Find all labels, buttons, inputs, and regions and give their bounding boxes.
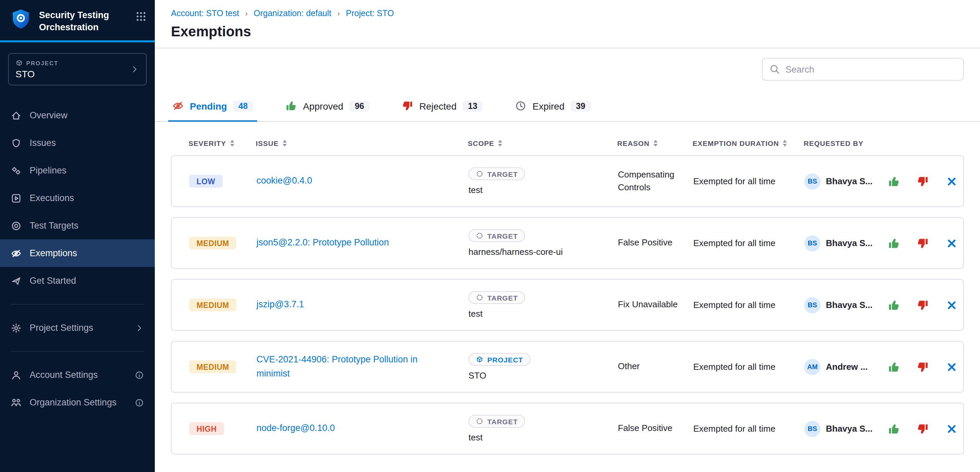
issue-link[interactable]: cookie@0.4.0 <box>256 174 330 188</box>
avatar: BS <box>804 173 821 189</box>
sidebar-item-project-settings[interactable]: Project Settings <box>0 314 155 342</box>
tab-count-badge: 13 <box>463 100 483 111</box>
nav-item-label: Organization Settings <box>30 398 127 407</box>
target-icon <box>11 220 22 231</box>
breadcrumb-link-organization-default[interactable]: Organization: default <box>254 9 331 18</box>
tab-label: Approved <box>303 100 343 111</box>
table-row: MEDIUM json5@2.2.0: Prototype Pollution … <box>171 217 964 269</box>
project-selector[interactable]: PROJECT STO <box>8 53 147 86</box>
nav-item-label: Pipelines <box>30 165 136 176</box>
tab-rejected[interactable]: Rejected 13 <box>402 91 483 121</box>
exemption-duration: Exempted for all time <box>693 238 804 248</box>
requested-by-name: Bhavya S... <box>826 176 873 186</box>
close-icon[interactable] <box>946 423 958 435</box>
scope-type-label: TARGET <box>487 170 518 178</box>
sidebar-item-get-started[interactable]: Get Started <box>0 267 155 295</box>
scope-type-label: TARGET <box>487 293 518 302</box>
scope-name: test <box>468 309 483 319</box>
sort-icon[interactable] <box>283 140 287 147</box>
sidebar-item-organization-settings[interactable]: Organization Settings <box>0 389 155 416</box>
scope-type-label: TARGET <box>487 232 518 240</box>
scope-name: STO <box>468 371 486 380</box>
clock-icon <box>515 100 527 112</box>
exemption-duration: Exempted for all time <box>693 424 804 434</box>
column-header-reason[interactable]: REASON <box>617 139 693 147</box>
sidebar-item-issues[interactable]: Issues <box>0 129 155 157</box>
approve-thumbs-up-icon[interactable] <box>888 423 900 435</box>
approve-thumbs-up-icon[interactable] <box>888 361 900 373</box>
approve-thumbs-up-icon[interactable] <box>888 175 900 187</box>
column-header-exemption-duration[interactable]: EXEMPTION DURATION <box>693 139 803 147</box>
page-title: Exemptions <box>171 24 964 40</box>
info-icon[interactable] <box>135 370 144 380</box>
breadcrumb-link-project-sto[interactable]: Project: STO <box>346 9 394 18</box>
table-header: SEVERITY ISSUE SCOPE REASON EXEMPTION DU… <box>171 130 964 155</box>
reject-thumbs-down-icon[interactable] <box>917 423 929 435</box>
tab-pending[interactable]: Pending 48 <box>172 91 253 121</box>
tab-count-badge: 96 <box>349 100 369 111</box>
issue-link[interactable]: node-forge@0.10.0 <box>256 422 352 436</box>
reject-thumbs-down-icon[interactable] <box>917 175 929 187</box>
module-accent-bar <box>0 40 155 42</box>
sidebar-secondary-top: Project Settings <box>0 314 155 342</box>
severity-badge: MEDIUM <box>189 361 237 374</box>
column-header-requested-by[interactable]: REQUESTED BY <box>803 139 887 147</box>
tab-expired[interactable]: Expired 39 <box>515 91 590 121</box>
approve-thumbs-up-icon[interactable] <box>888 237 900 249</box>
sidebar-divider <box>11 304 144 304</box>
reject-thumbs-down-icon[interactable] <box>917 299 929 311</box>
scope-name: test <box>468 432 483 442</box>
exemptions-table: SEVERITY ISSUE SCOPE REASON EXEMPTION DU… <box>155 122 980 465</box>
reject-thumbs-down-icon[interactable] <box>917 237 929 249</box>
sort-icon[interactable] <box>654 140 658 147</box>
chevron-right-icon[interactable] <box>135 323 144 333</box>
sort-icon[interactable] <box>783 140 787 147</box>
gear-icon <box>11 322 22 333</box>
column-header-issue[interactable]: ISSUE <box>256 139 468 147</box>
sidebar-item-executions[interactable]: Executions <box>0 184 155 212</box>
requested-by-name: Bhavya S... <box>826 300 873 310</box>
sort-icon[interactable] <box>230 140 234 147</box>
sidebar-item-account-settings[interactable]: Account Settings <box>0 361 155 389</box>
reject-thumbs-down-icon[interactable] <box>917 361 929 373</box>
column-header-severity[interactable]: SEVERITY <box>188 139 256 147</box>
issue-link[interactable]: CVE-2021-44906: Prototype Pollution in m… <box>256 353 468 380</box>
approve-thumbs-up-icon[interactable] <box>888 299 900 311</box>
sidebar-item-test-targets[interactable]: Test Targets <box>0 212 155 239</box>
search-icon <box>769 64 780 74</box>
severity-badge: LOW <box>189 175 223 188</box>
sto-logo-icon <box>10 8 32 33</box>
nav-item-label: Project Settings <box>30 323 127 333</box>
sidebar-item-pipelines[interactable]: Pipelines <box>0 157 155 184</box>
issue-link[interactable]: jszip@3.7.1 <box>256 298 322 312</box>
info-icon[interactable] <box>135 398 144 407</box>
close-icon[interactable] <box>946 299 958 311</box>
search-box[interactable] <box>762 58 964 81</box>
avatar: AM <box>804 359 821 375</box>
exemption-duration: Exempted for all time <box>693 176 804 186</box>
breadcrumb-link-account-sto-test[interactable]: Account: STO test <box>171 9 239 18</box>
breadcrumb: Account: STO test›Organization: default›… <box>171 9 964 18</box>
sidebar-item-exemptions[interactable]: Exemptions <box>0 239 155 267</box>
table-row: HIGH node-forge@0.10.0 TARGET test False… <box>171 403 964 455</box>
sidebar-item-overview[interactable]: Overview <box>0 101 155 129</box>
target-scope-icon <box>476 232 483 239</box>
close-icon[interactable] <box>946 361 958 373</box>
severity-badge: MEDIUM <box>189 237 237 250</box>
issue-link[interactable]: json5@2.2.0: Prototype Pollution <box>256 236 407 250</box>
search-input[interactable] <box>786 64 956 74</box>
scope-type-label: PROJECT <box>487 355 523 363</box>
project-cube-icon <box>16 59 23 67</box>
sort-icon[interactable] <box>498 140 503 147</box>
module-grid-icon[interactable] <box>135 11 147 25</box>
close-icon[interactable] <box>946 237 958 249</box>
toolbar <box>155 48 980 91</box>
breadcrumb-separator-icon: › <box>245 10 247 17</box>
scope-pill: TARGET <box>468 415 525 428</box>
account-icon <box>11 369 22 380</box>
tab-approved[interactable]: Approved 96 <box>285 91 369 121</box>
pipelines-icon <box>11 165 22 176</box>
column-header-scope[interactable]: SCOPE <box>468 139 617 147</box>
scope-pill: TARGET <box>468 229 525 242</box>
close-icon[interactable] <box>946 175 958 187</box>
